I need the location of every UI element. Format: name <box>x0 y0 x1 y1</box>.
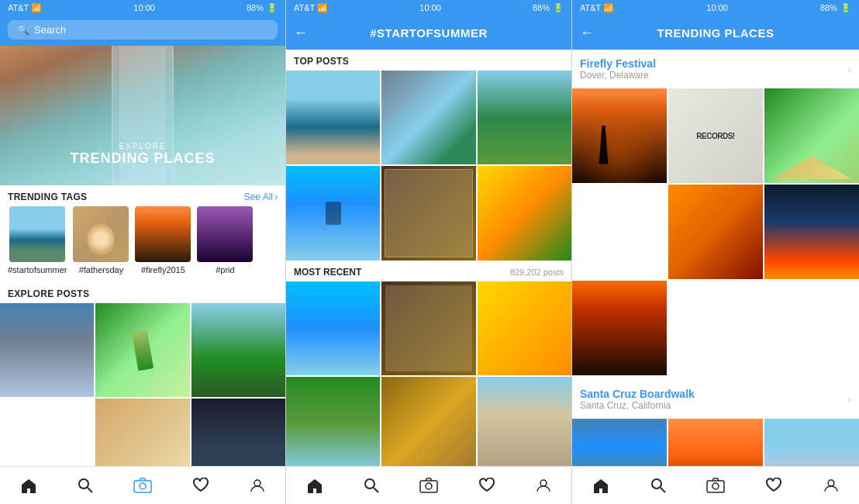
status-left-2: AT&T 📶 <box>294 3 328 13</box>
svg-point-4 <box>254 480 260 486</box>
hashtag-panel: AT&T 📶 10:00 88% 🔋 ← #STARTOFSUMMER TOP … <box>286 0 572 504</box>
svg-point-14 <box>828 480 834 486</box>
see-all-button[interactable]: See All › <box>244 192 278 202</box>
carrier-3: AT&T <box>580 3 601 12</box>
status-right-1: 88% 🔋 <box>247 3 278 13</box>
nav-home-2[interactable] <box>298 473 331 498</box>
nav-camera-1[interactable] <box>126 473 160 498</box>
santa-cruz-photo-1[interactable] <box>668 419 763 466</box>
nav-heart-3[interactable] <box>757 473 790 498</box>
recent-1[interactable] <box>381 281 475 375</box>
trending-places-panel: AT&T 📶 10:00 88% 🔋 ← TRENDING PLACES Fir… <box>572 0 859 504</box>
top-post-0[interactable] <box>286 71 380 164</box>
explore-post-0[interactable] <box>0 303 94 397</box>
firefly-photo-2[interactable] <box>764 88 859 183</box>
recent-3[interactable] <box>286 377 380 466</box>
svg-point-13 <box>712 483 719 489</box>
santa-cruz-photo-2[interactable] <box>764 419 859 466</box>
recent-4[interactable] <box>381 377 475 466</box>
wifi-icon-2: 📶 <box>317 3 328 13</box>
firefly-info: Firefly Festival Dover, Delaware <box>580 57 847 81</box>
time-2: 10:00 <box>419 3 441 12</box>
recent-0[interactable] <box>286 281 380 375</box>
wifi-icon-3: 📶 <box>603 3 614 13</box>
nav-home-3[interactable] <box>585 473 617 498</box>
search-bar[interactable]: 🔍 Search <box>8 20 278 40</box>
svg-point-0 <box>79 479 88 488</box>
trending-places-nav-bar: ← TRENDING PLACES <box>572 16 859 50</box>
svg-point-3 <box>140 483 146 489</box>
tag-item-1[interactable]: #fathersday <box>73 206 129 274</box>
tag-thumb-0 <box>9 206 65 262</box>
top-post-5[interactable] <box>478 166 571 260</box>
back-button-3[interactable]: ← <box>580 25 594 41</box>
battery-icon-1: 🔋 <box>267 3 278 13</box>
firefly-photo-4[interactable] <box>764 185 859 279</box>
carrier-2: AT&T <box>294 3 315 12</box>
svg-point-9 <box>540 480 547 486</box>
tag-thumb-2 <box>135 206 191 262</box>
tag-name-3: #prid <box>216 265 234 274</box>
carrier-1: AT&T <box>8 3 29 12</box>
santa-cruz-photo-0[interactable] <box>572 419 667 466</box>
tag-item-2[interactable]: #firefly2015 <box>135 206 191 274</box>
time-1: 10:00 <box>133 3 155 12</box>
tag-item-0[interactable]: #startofsummer <box>8 206 67 274</box>
firefly-festival-item[interactable]: Firefly Festival Dover, Delaware › <box>572 50 859 88</box>
nav-search-1[interactable] <box>70 473 101 498</box>
tag-name-0: #startofsummer <box>8 265 67 274</box>
tag-item-3[interactable]: #prid <box>197 206 253 274</box>
explore-posts-grid <box>0 303 285 466</box>
top-post-3[interactable] <box>286 166 380 260</box>
explore-post-2[interactable] <box>191 303 285 397</box>
explore-post-4[interactable] <box>191 399 285 466</box>
recent-2[interactable] <box>478 281 571 375</box>
status-right-3: 88% 🔋 <box>820 3 851 13</box>
bottom-nav-3 <box>572 466 859 504</box>
bottom-nav-1 <box>0 466 285 504</box>
top-post-1[interactable] <box>381 71 475 164</box>
firefly-name: Firefly Festival <box>580 57 847 70</box>
most-recent-header: MOST RECENT 829,202 posts <box>286 261 571 281</box>
nav-heart-1[interactable] <box>185 473 217 498</box>
back-button-2[interactable]: ← <box>294 25 308 41</box>
nav-profile-1[interactable] <box>242 473 273 498</box>
explore-post-3[interactable] <box>95 399 189 466</box>
explore-post-1[interactable] <box>95 303 189 397</box>
tag-thumb-3 <box>197 206 253 262</box>
hero-banner: EXPLORE TRENDING PLACES <box>0 46 285 185</box>
nav-profile-3[interactable] <box>816 473 847 498</box>
firefly-photo-1[interactable]: RECORDS! <box>668 88 763 183</box>
recent-5[interactable] <box>478 377 571 466</box>
top-posts-title: TOP POSTS <box>294 56 349 67</box>
firefly-location: Dover, Delaware <box>580 70 847 81</box>
nav-camera-2[interactable] <box>412 473 446 498</box>
nav-profile-2[interactable] <box>528 473 559 498</box>
time-3: 10:00 <box>706 3 728 12</box>
santa-cruz-photos <box>572 419 859 466</box>
top-post-4[interactable] <box>381 166 475 260</box>
top-posts-header: TOP POSTS <box>286 50 571 71</box>
svg-line-1 <box>88 488 92 492</box>
most-recent-count: 829,202 posts <box>510 268 564 277</box>
hero-text: EXPLORE TRENDING PLACES <box>0 142 285 167</box>
status-right-2: 88% 🔋 <box>533 3 564 13</box>
top-post-2[interactable] <box>478 71 571 164</box>
nav-heart-2[interactable] <box>471 473 503 498</box>
status-left-1: AT&T 📶 <box>8 3 42 13</box>
search-mag-icon: 🔍 <box>17 24 29 36</box>
hashtag-content: TOP POSTS MOST RECENT 829,202 posts <box>286 50 571 466</box>
nav-home-1[interactable] <box>12 473 45 498</box>
firefly-photo-0[interactable] <box>572 88 667 183</box>
nav-search-3[interactable] <box>643 473 674 498</box>
trending-tags-title: TRENDING TAGS <box>8 192 87 202</box>
tag-name-1: #fathersday <box>79 265 123 274</box>
status-bar-2: AT&T 📶 10:00 88% 🔋 <box>286 0 571 16</box>
santa-cruz-info: Santa Cruz Boardwalk Santa Cruz, Califor… <box>580 388 847 411</box>
nav-search-2[interactable] <box>356 473 387 498</box>
firefly-photo-3[interactable] <box>668 185 763 279</box>
nav-camera-3[interactable] <box>699 473 733 498</box>
status-left-3: AT&T 📶 <box>580 3 614 13</box>
santa-cruz-item[interactable]: Santa Cruz Boardwalk Santa Cruz, Califor… <box>572 380 859 419</box>
firefly-photo-5[interactable] <box>572 281 667 375</box>
